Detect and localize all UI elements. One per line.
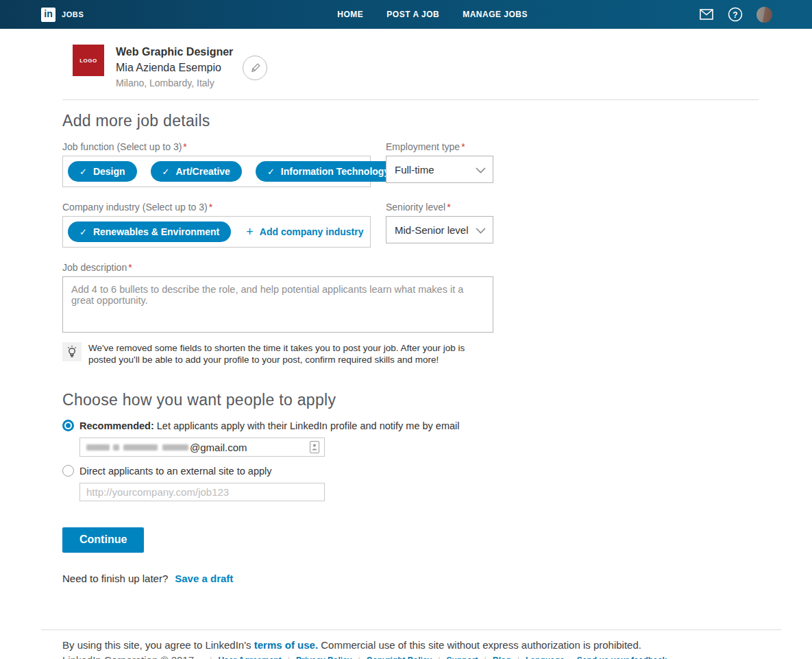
job-location: Milano, Lombardy, Italy: [116, 76, 233, 91]
check-icon: ✓: [267, 167, 275, 177]
external-option-row: Direct applicants to an external site to…: [62, 465, 812, 477]
footer-link-blog[interactable]: Blog: [493, 656, 511, 659]
contact-autofill-icon[interactable]: [310, 441, 319, 453]
seniority-level-select[interactable]: Mid-Senior level: [386, 216, 493, 243]
nav-menu: HOME POST A JOB MANAGE JOBS: [337, 10, 528, 19]
footer-link-privacy-policy[interactable]: Privacy Policy: [296, 656, 352, 659]
footer-separator: |: [517, 655, 519, 659]
terms-of-use-link[interactable]: terms of use.: [254, 639, 318, 651]
redacted-email-text: [86, 444, 110, 451]
company-name: Mia Azienda Esempio: [116, 60, 233, 76]
footer-separator: |: [210, 655, 212, 659]
company-industry-field: Company industry (Select up to 3)* ✓Rene…: [62, 202, 371, 248]
finish-later-text: Need to finish up later?: [62, 573, 168, 584]
nav-item-manage-jobs[interactable]: MANAGE JOBS: [463, 10, 528, 19]
footer-separator: |: [484, 655, 487, 659]
required-asterisk: *: [128, 262, 132, 273]
job-description-field: Job description*: [62, 262, 812, 335]
pencil-icon: [249, 62, 261, 74]
recommended-option-row: Recommended: Let applicants apply with t…: [62, 420, 812, 431]
linkedin-logo-icon: in: [41, 8, 56, 22]
footer-terms-line: By using this site, you agree to LinkedI…: [62, 639, 812, 651]
job-function-field: Job function (Select up to 3)* ✓Design ✓…: [62, 141, 371, 187]
pill-art-creative[interactable]: ✓Art/Creative: [151, 161, 242, 182]
job-description-label: Job description*: [62, 262, 812, 273]
save-draft-link[interactable]: Save a draft: [175, 573, 233, 584]
job-title: Web Graphic Designer: [116, 45, 233, 60]
required-asterisk: *: [447, 202, 450, 213]
job-description-textarea[interactable]: [62, 276, 493, 333]
seniority-level-field: Seniority level* Mid-Senior level: [386, 202, 493, 248]
redacted-email-text: [113, 444, 119, 451]
required-asterisk: *: [183, 141, 186, 152]
company-industry-label: Company industry (Select up to 3)*: [62, 202, 371, 213]
external-site-radio[interactable]: [62, 465, 74, 477]
footer-link-copyright-policy[interactable]: Copyright Policy: [367, 656, 432, 659]
required-asterisk: *: [209, 202, 212, 213]
seniority-level-label: Seniority level*: [386, 202, 493, 213]
check-icon: ✓: [162, 167, 170, 177]
employment-type-field: Employment type* Full-time: [386, 141, 493, 187]
messages-icon[interactable]: [699, 7, 714, 22]
recommended-option-label[interactable]: Recommended: Let applicants apply with t…: [79, 420, 460, 431]
job-header: LOGO Web Graphic Designer Mia Azienda Es…: [0, 29, 812, 91]
pill-design[interactable]: ✓Design: [68, 161, 137, 182]
job-function-pill-box: ✓Design ✓Art/Creative ✓Information Techn…: [62, 156, 371, 187]
recommended-radio[interactable]: [62, 420, 74, 431]
check-icon: ✓: [79, 167, 87, 177]
redacted-email-text: [162, 444, 188, 451]
email-domain-text: @gmail.com: [190, 442, 247, 453]
copyright-text: LinkedIn Corporation © 2017: [62, 654, 194, 659]
pill-information-technology[interactable]: ✓Information Technology: [256, 161, 401, 182]
apply-section-heading: Choose how you want people to apply: [62, 391, 812, 409]
footer-separator: |: [438, 655, 440, 659]
brand-label: JOBS: [62, 10, 84, 19]
chevron-down-icon: [476, 224, 486, 236]
footer-link-language[interactable]: Language: [526, 656, 565, 659]
pill-renewables-environment[interactable]: ✓Renewables & Environment: [68, 221, 231, 242]
nav-item-home[interactable]: HOME: [337, 10, 363, 19]
continue-button[interactable]: Continue: [62, 527, 144, 553]
footer-separator: |: [288, 655, 290, 659]
external-option-label[interactable]: Direct applicants to an external site to…: [79, 466, 271, 477]
external-url-input[interactable]: [79, 483, 325, 501]
details-section-heading: Add more job details: [62, 112, 812, 130]
plus-icon: +: [246, 225, 254, 239]
add-company-industry-link[interactable]: +Add company industry: [246, 225, 363, 239]
footer-separator: |: [358, 655, 360, 659]
avatar[interactable]: [756, 7, 772, 23]
top-nav: in JOBS HOME POST A JOB MANAGE JOBS ?: [0, 0, 812, 29]
job-details-form: Add more job details Job function (Selec…: [0, 112, 812, 584]
footer: By using this site, you agree to LinkedI…: [0, 630, 812, 659]
footer-link-user-agreement[interactable]: User Agreement: [218, 656, 281, 659]
nav-item-post-a-job[interactable]: POST A JOB: [386, 10, 439, 19]
tip-banner: We've removed some fields to shorten the…: [62, 342, 493, 366]
svg-text:?: ?: [733, 10, 737, 20]
footer-link-support[interactable]: Support: [447, 656, 478, 659]
employment-type-label: Employment type*: [386, 141, 493, 152]
company-industry-pill-box: ✓Renewables & Environment +Add company i…: [62, 216, 371, 248]
edit-job-button[interactable]: [243, 56, 267, 80]
check-icon: ✓: [79, 227, 87, 237]
notify-email-input[interactable]: @gmail.com: [79, 438, 325, 457]
required-asterisk: *: [461, 141, 465, 152]
header-divider: [62, 99, 759, 100]
footer-link-feedback[interactable]: Send us your feedback: [577, 656, 667, 659]
linkedin-jobs-brand[interactable]: in JOBS: [41, 8, 84, 22]
chevron-down-icon: [476, 164, 486, 176]
job-function-label: Job function (Select up to 3)*: [62, 141, 371, 152]
redacted-email-text: [123, 444, 158, 451]
employment-type-select[interactable]: Full-time: [386, 156, 493, 183]
help-icon[interactable]: ?: [728, 7, 743, 22]
company-logo: LOGO: [73, 45, 104, 76]
tip-text: We've removed some fields to shorten the…: [88, 342, 493, 366]
lightbulb-icon: [62, 342, 82, 361]
